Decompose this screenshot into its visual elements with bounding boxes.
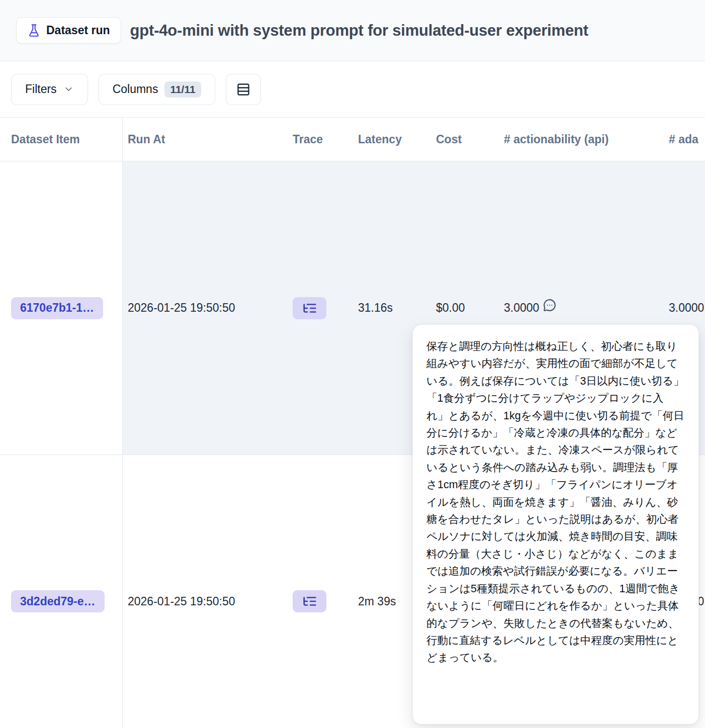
rows-icon [236,82,250,97]
cell-latency: 31.16s [353,301,431,315]
column-header-latency: Latency [353,133,431,146]
column-header-ada: # ada [645,133,705,146]
column-header-cost: Cost [431,133,499,146]
score-comment-tooltip: 保存と調理の方向性は概ね正しく、初心者にも取り組みやすい内容だが、実用性の面で細… [412,324,699,724]
cell-cost: $0.00 [431,301,499,315]
column-header-trace: Trace [288,133,353,146]
table-header-row: Dataset Item Run At Trace Latency Cost #… [0,118,705,161]
cell-dataset-item: 6170e7b1-1… [0,161,123,454]
dataset-run-badge-label: Dataset run [46,24,110,37]
chevron-down-icon [63,84,74,95]
columns-button-label: Columns [113,82,158,96]
flask-icon [27,24,41,37]
dataset-item-link[interactable]: 6170e7b1-1… [11,297,103,319]
cell-actionability: 3.0000 [499,301,645,315]
cell-run-at: 2026-01-25 19:50:50 [123,595,288,608]
trace-link-button[interactable] [293,297,326,319]
page-header: Dataset run gpt-4o-mini with system prom… [0,0,705,61]
columns-button[interactable]: Columns 11/11 [99,74,215,105]
dataset-run-page: Dataset run gpt-4o-mini with system prom… [0,0,705,728]
filters-button[interactable]: Filters [11,74,88,105]
cell-trace [288,297,353,319]
column-header-dataset-item: Dataset Item [0,118,123,161]
list-tree-icon [302,594,317,609]
row-height-button[interactable] [226,74,261,105]
cell-dataset-item: 3d2ded79-e… [0,455,123,728]
columns-count-badge: 11/11 [164,81,201,98]
cell-run-at: 2026-01-25 19:50:50 [123,301,288,315]
score-comment-text: 保存と調理の方向性は概ね正しく、初心者にも取り組みやすい内容だが、実用性の面で細… [426,340,684,664]
dataset-run-badge: Dataset run [16,17,121,44]
trace-link-button[interactable] [293,590,326,612]
dataset-item-link[interactable]: 3d2ded79-e… [11,590,105,612]
filters-button-label: Filters [25,82,57,96]
cell-ada-score: 3.0000 [645,301,705,315]
list-tree-icon [302,301,317,316]
cell-trace [288,590,353,612]
page-title: gpt-4o-mini with system prompt for simul… [130,22,588,40]
comment-bubble-icon[interactable] [543,299,556,312]
actionability-score: 3.0000 [504,301,539,315]
table-toolbar: Filters Columns 11/11 [0,61,705,118]
column-header-run-at: Run At [123,133,288,146]
column-header-actionability: # actionability (api) [499,133,645,146]
